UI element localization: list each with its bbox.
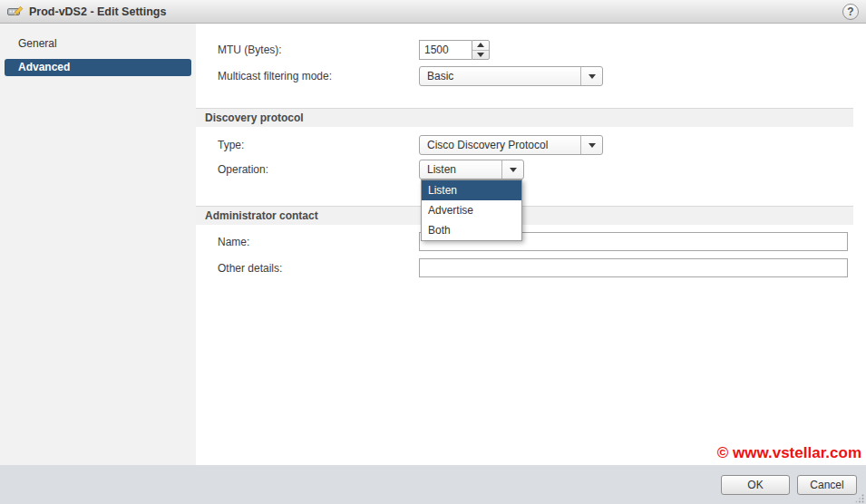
multicast-mode-select[interactable]: Basic bbox=[419, 66, 603, 86]
administrator-contact-section-header: Administrator contact bbox=[196, 206, 853, 225]
chevron-down-icon[interactable] bbox=[501, 160, 523, 179]
distributed-switch-edit-icon bbox=[7, 5, 24, 19]
discovery-type-select[interactable]: Cisco Discovery Protocol bbox=[419, 135, 603, 155]
discovery-type-label: Type: bbox=[218, 135, 244, 155]
resize-grip-icon[interactable] bbox=[855, 493, 864, 502]
admin-other-details-input[interactable] bbox=[419, 258, 848, 277]
dialog-footer: OK Cancel bbox=[0, 465, 866, 504]
watermark-text: © www.vstellar.com bbox=[717, 444, 861, 462]
help-icon[interactable]: ? bbox=[842, 4, 859, 20]
edit-settings-dialog: Prod-vDS2 - Edit Settings ? General Adva… bbox=[0, 0, 866, 504]
title-bar: Prod-vDS2 - Edit Settings ? bbox=[0, 0, 866, 24]
cancel-button[interactable]: Cancel bbox=[797, 475, 857, 495]
ok-button[interactable]: OK bbox=[721, 475, 790, 495]
dialog-title: Prod-vDS2 - Edit Settings bbox=[29, 5, 166, 18]
operation-label: Operation: bbox=[218, 160, 268, 179]
advanced-settings-panel: MTU (Bytes): Multicast filtering mode: B… bbox=[196, 24, 866, 465]
discovery-type-value: Cisco Discovery Protocol bbox=[420, 136, 580, 154]
operation-select[interactable]: Listen bbox=[419, 160, 524, 179]
dialog-body: General Advanced MTU (Bytes): Multicast … bbox=[0, 24, 866, 465]
sidebar-item-advanced[interactable]: Advanced bbox=[5, 59, 191, 76]
mtu-spin-down-icon[interactable] bbox=[472, 51, 489, 60]
mtu-label: MTU (Bytes): bbox=[218, 40, 282, 60]
dropdown-option-listen[interactable]: Listen bbox=[422, 180, 521, 200]
mtu-spin-up-icon[interactable] bbox=[472, 41, 489, 51]
admin-other-details-label: Other details: bbox=[218, 258, 282, 278]
discovery-protocol-section-header: Discovery protocol bbox=[196, 108, 853, 127]
mtu-input[interactable] bbox=[419, 40, 472, 60]
dropdown-option-both[interactable]: Both bbox=[422, 220, 521, 240]
sidebar-item-general[interactable]: General bbox=[0, 34, 196, 53]
dropdown-option-advertise[interactable]: Advertise bbox=[422, 200, 521, 220]
mtu-spin-buttons bbox=[472, 40, 490, 60]
mtu-stepper bbox=[419, 40, 490, 60]
chevron-down-icon[interactable] bbox=[580, 67, 602, 85]
operation-dropdown-list: Listen Advertise Both bbox=[421, 179, 522, 241]
operation-value: Listen bbox=[420, 160, 501, 179]
multicast-mode-value: Basic bbox=[420, 67, 580, 85]
multicast-mode-label: Multicast filtering mode: bbox=[218, 66, 332, 86]
admin-name-label: Name: bbox=[218, 232, 249, 252]
settings-nav: General Advanced bbox=[0, 24, 196, 465]
chevron-down-icon[interactable] bbox=[580, 136, 602, 154]
